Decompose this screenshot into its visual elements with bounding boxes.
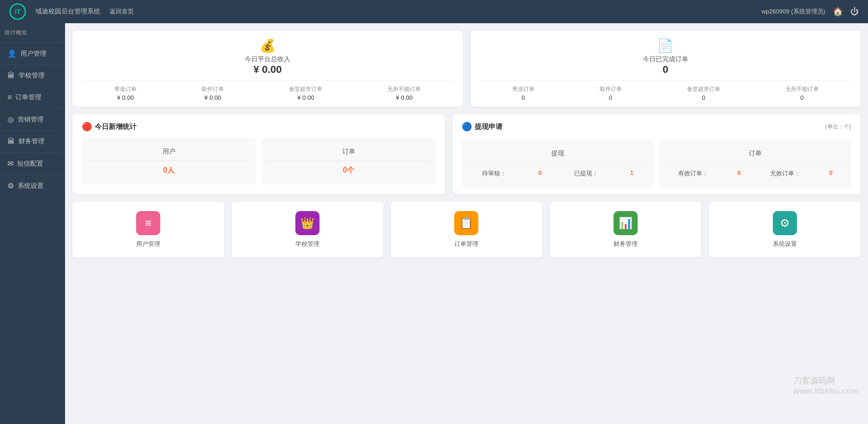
topbar-title: 域迪校园后台管理系统 <box>35 7 100 16</box>
orders-sub-label-1: 取件订单 <box>600 85 622 93</box>
shortcut-finance[interactable]: 📊 财务管理 <box>550 202 702 257</box>
new-stats-order-label: 订单 <box>267 148 430 156</box>
new-stats-header: 🔴 今日新增统计 <box>82 122 436 132</box>
doc-icon: 📄 <box>657 38 673 53</box>
shortcut-user[interactable]: ≡ 用户管理 <box>72 202 224 257</box>
stats-row: 🔴 今日新增统计 用户 0人 订单 0个 <box>72 114 861 194</box>
invalid-label: 无效订单： <box>770 169 800 178</box>
revenue-sub-label-0: 寄送订单 <box>114 85 137 93</box>
revenue-sub-value-1: ¥ 0.00 <box>202 94 224 101</box>
revenue-sub-label-2: 食堂超市订单 <box>289 85 322 93</box>
withdrawal-box-withdraw: 提现 待审核： 0 已提现： 1 <box>462 140 653 187</box>
withdrawal-panel: 🔵 提现申请 (单位：个) 提现 待审核： 0 已提现： 1 <box>452 114 861 194</box>
revenue-sub-value-2: ¥ 0.00 <box>289 94 322 101</box>
invalid-value: 0 <box>829 169 832 178</box>
new-stats-badge: 🔴 <box>82 122 92 132</box>
new-stats-boxes: 用户 0人 订单 0个 <box>82 138 436 185</box>
settings-icon: ⚙ <box>7 181 14 190</box>
valid-label: 有效订单： <box>678 169 708 178</box>
sidebar-item-user[interactable]: 👤 用户管理 <box>0 43 65 65</box>
shortcuts-row: ≡ 用户管理 👑 学校管理 📋 订单管理 📊 财务管理 ⚙ 系统设置 <box>72 202 861 257</box>
withdraw-label: 提现 <box>467 149 648 158</box>
orders-card: 📄 今日已完成订单 0 寄送订单 0 取件订单 0 食堂超市订单 <box>470 31 861 107</box>
orders-sub-label-0: 寄送订单 <box>512 85 535 93</box>
orders-amount: 0 <box>480 64 852 76</box>
orders-sub-value-2: 0 <box>687 94 720 101</box>
new-stats-title: 今日新增统计 <box>95 122 137 131</box>
shortcut-icon-school: 👑 <box>295 211 320 235</box>
shortcut-school[interactable]: 👑 学校管理 <box>232 202 384 257</box>
orders-sub-3: 无所不能订单 0 <box>785 85 819 101</box>
orders-sub-0: 寄送订单 0 <box>512 85 535 101</box>
shortcut-icon-settings: ⚙ <box>773 211 797 235</box>
sidebar-item-order[interactable]: ≡ 订单管理 <box>0 87 65 109</box>
withdrawal-sub-row-2: 有效订单： 6 无效订单： 0 <box>665 169 846 178</box>
sidebar-item-finance[interactable]: 🏛 财务管理 <box>0 131 65 153</box>
revenue-sub-value-3: ¥ 0.00 <box>387 94 421 101</box>
sidebar-item-sms[interactable]: ✉ 短信配置 <box>0 153 65 175</box>
new-stats-panel: 🔴 今日新增统计 用户 0人 订单 0个 <box>72 114 445 194</box>
back-link[interactable]: 返回首页 <box>110 7 134 16</box>
shortcut-label-school: 学校管理 <box>295 240 320 248</box>
bag-icon: 💰 <box>260 38 276 53</box>
shortcut-icon-order: 📋 <box>454 211 478 235</box>
sidebar-brand: 统计概览 <box>0 23 65 43</box>
orders-sub-value-3: 0 <box>785 94 819 101</box>
withdrawal-sub-row-1: 待审核： 0 已提现： 1 <box>467 169 648 178</box>
new-stats-box-order: 订单 0个 <box>261 138 436 185</box>
revenue-sub-label-1: 取件订单 <box>202 85 224 93</box>
revenue-sub-3: 无所不能订单 ¥ 0.00 <box>387 85 421 101</box>
sidebar-label-school: 学校管理 <box>19 71 45 80</box>
sidebar-item-marketing[interactable]: ◎ 营销管理 <box>0 109 65 131</box>
sidebar: 统计概览 👤 用户管理 🏛 学校管理 ≡ 订单管理 ◎ 营销管理 🏛 财务管理 … <box>0 23 65 424</box>
sidebar-label-finance: 财务管理 <box>19 137 45 146</box>
sidebar-label-sms: 短信配置 <box>17 160 43 168</box>
done-value: 1 <box>630 169 633 178</box>
topbar: IT 域迪校园后台管理系统 返回首页 wp260909 (系统管理员) 🏠 ⏻ <box>0 0 868 23</box>
home-icon[interactable]: 🏠 <box>833 6 843 17</box>
topbar-user[interactable]: wp260909 (系统管理员) <box>762 7 825 16</box>
orders-sub-value-0: 0 <box>512 94 535 101</box>
orders-sub-value-1: 0 <box>600 94 622 101</box>
revenue-sub-label-3: 无所不能订单 <box>387 85 421 93</box>
shortcut-label-order: 订单管理 <box>454 240 478 248</box>
new-stats-box-user: 用户 0人 <box>82 138 256 185</box>
marketing-icon: ◎ <box>7 115 14 124</box>
new-stats-user-value: 0人 <box>87 166 250 175</box>
sidebar-item-school[interactable]: 🏛 学校管理 <box>0 65 65 87</box>
pending-value: 0 <box>538 169 542 178</box>
user-icon: 👤 <box>7 49 17 58</box>
sidebar-label-settings: 系统设置 <box>18 182 44 190</box>
shortcut-label-user: 用户管理 <box>136 240 160 248</box>
topbar-left: IT 域迪校园后台管理系统 返回首页 <box>9 3 134 20</box>
revenue-card: 💰 今日平台总收入 ¥ 0.00 寄送订单 ¥ 0.00 取件订单 ¥ 0.00 <box>72 31 463 107</box>
content-area: 💰 今日平台总收入 ¥ 0.00 寄送订单 ¥ 0.00 取件订单 ¥ 0.00 <box>65 23 868 424</box>
order-icon: ≡ <box>7 93 12 102</box>
valid-value: 6 <box>737 169 741 178</box>
revenue-sub-1: 取件订单 ¥ 0.00 <box>202 85 224 101</box>
orders-sub-1: 取件订单 0 <box>600 85 622 101</box>
withdrawal-badge: 🔵 <box>462 122 472 132</box>
orders-title: 今日已完成订单 <box>480 55 852 64</box>
finance-icon: 🏛 <box>7 137 15 146</box>
shortcut-settings[interactable]: ⚙ 系统设置 <box>709 202 861 257</box>
revenue-sub-2: 食堂超市订单 ¥ 0.00 <box>289 85 322 101</box>
revenue-header: 💰 <box>82 38 454 53</box>
school-icon: 🏛 <box>7 71 15 80</box>
withdrawal-boxes: 提现 待审核： 0 已提现： 1 订单 有效订单： <box>462 140 851 187</box>
shortcut-label-settings: 系统设置 <box>773 240 797 248</box>
sidebar-label-user: 用户管理 <box>20 50 46 58</box>
shortcut-order[interactable]: 📋 订单管理 <box>391 202 542 257</box>
new-stats-user-label: 用户 <box>87 148 250 156</box>
orders-sub-label-2: 食堂超市订单 <box>687 85 720 93</box>
pending-label: 待审核： <box>482 169 506 178</box>
power-icon[interactable]: ⏻ <box>850 7 859 17</box>
sms-icon: ✉ <box>7 159 13 168</box>
new-stats-order-value: 0个 <box>267 166 430 175</box>
sidebar-item-settings[interactable]: ⚙ 系统设置 <box>0 175 65 197</box>
withdrawal-unit: (单位：个) <box>825 123 851 131</box>
shortcut-icon-finance: 📊 <box>613 211 638 235</box>
main-layout: 统计概览 👤 用户管理 🏛 学校管理 ≡ 订单管理 ◎ 营销管理 🏛 财务管理 … <box>0 23 868 424</box>
logo-circle: IT <box>9 3 26 20</box>
withdrawal-header: 🔵 提现申请 (单位：个) <box>462 122 851 132</box>
